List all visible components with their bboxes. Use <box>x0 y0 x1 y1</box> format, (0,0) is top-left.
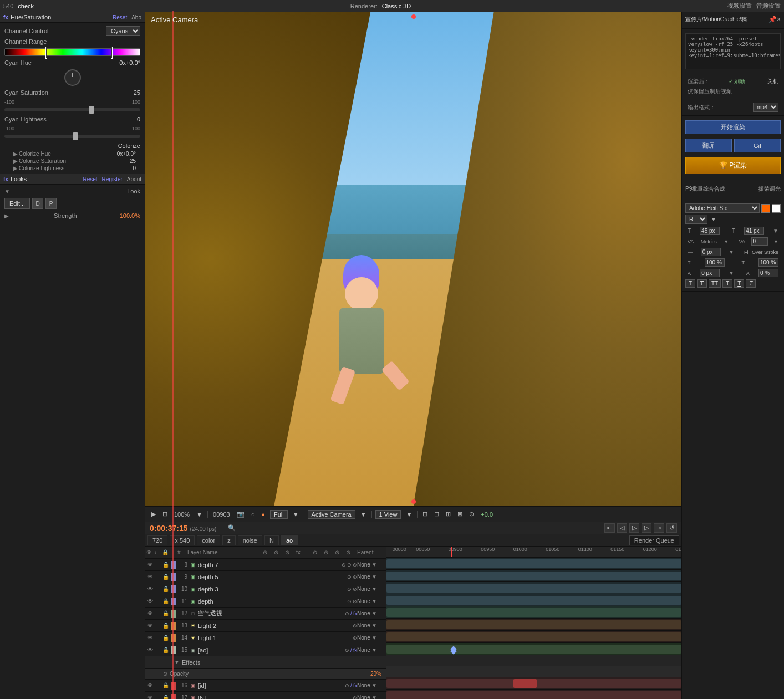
gif-btn[interactable]: Gif <box>734 139 781 152</box>
frame-indicator[interactable]: 540 <box>3 3 13 9</box>
text-btn-T2[interactable]: T <box>697 279 707 288</box>
looks-icon-p[interactable]: P <box>45 198 57 209</box>
adjust-title[interactable]: 振荣调光 <box>758 185 781 193</box>
output-format-select[interactable]: mp4 <box>753 103 778 112</box>
font-name-select[interactable]: Adobe Heiti Std <box>685 203 760 213</box>
stroke-dropdown[interactable]: ▼ <box>729 249 734 255</box>
audio-11[interactable] <box>154 598 162 605</box>
about-btn[interactable]: About <box>127 176 141 182</box>
lock-16[interactable]: 🔒 <box>162 682 170 690</box>
eye-12[interactable]: 👁 <box>146 610 154 618</box>
ctrl1-12[interactable]: ⊙ <box>345 611 349 616</box>
settings-close-btn[interactable]: × <box>777 16 781 23</box>
settings-pin-btn[interactable]: 📌 <box>768 16 777 23</box>
audio-13[interactable] <box>154 622 162 630</box>
stroke-input[interactable] <box>701 248 721 256</box>
audio-8[interactable] <box>154 561 162 569</box>
start-render-btn[interactable]: 开始渲染 <box>685 120 781 134</box>
audio-15[interactable] <box>154 646 162 654</box>
lock-11[interactable]: 🔒 <box>162 598 170 605</box>
lock-8[interactable]: 🔒 <box>162 561 170 569</box>
audio-settings-tab[interactable]: 音频设置 <box>756 2 781 10</box>
audio-10[interactable] <box>154 585 162 593</box>
font-size-input2[interactable] <box>744 227 764 235</box>
audio-12[interactable] <box>154 610 162 618</box>
looks-header[interactable]: fx Looks Reset Register About <box>0 174 145 185</box>
view-mode[interactable]: Full <box>270 510 288 519</box>
vc-grid-btn[interactable]: ⊞ <box>421 511 429 518</box>
ctrl1-11[interactable]: ⊙ <box>347 599 352 604</box>
audio-17[interactable] <box>154 694 162 700</box>
cyan-sat-value[interactable]: 25 <box>134 89 140 96</box>
colorize-sat-value[interactable]: 25 <box>130 158 136 164</box>
opacity-value[interactable]: 20% <box>370 671 381 677</box>
register-btn[interactable]: Register <box>102 176 123 182</box>
tab-720[interactable]: 720 <box>147 535 167 545</box>
ctrl1-14[interactable]: ⊙ <box>353 635 357 641</box>
effects-expand[interactable]: ▼ <box>174 659 182 665</box>
reset-btn[interactable]: Reset <box>113 14 127 21</box>
a-px-dropdown[interactable]: ▼ <box>729 271 734 276</box>
tl-in-btn[interactable]: ⇤ <box>604 523 615 533</box>
cyan-sat-slider[interactable] <box>4 108 140 111</box>
text-btn-T5[interactable]: T <box>746 279 756 288</box>
comp-name[interactable]: check <box>18 3 34 9</box>
cyan-sat-thumb[interactable] <box>89 106 94 114</box>
dropdown-icon1[interactable]: ▼ <box>711 216 716 222</box>
ctrl2-8[interactable]: ⊙ <box>347 562 352 568</box>
vc-proxy-btn[interactable]: ⊞ <box>444 511 452 518</box>
code-box[interactable]: -vcodec libx264 -preset veryslow -rf 25 … <box>685 33 781 69</box>
look-expand[interactable]: ▼ <box>4 188 10 195</box>
eye-15[interactable]: 👁 <box>146 646 154 654</box>
cyan-light-slider[interactable] <box>4 135 140 138</box>
eye-14[interactable]: 👁 <box>146 634 154 642</box>
cyan-hue-dial[interactable] <box>64 69 81 86</box>
eye-16[interactable]: 👁 <box>146 682 154 690</box>
gradient-slider[interactable] <box>4 48 140 56</box>
vc-mask-btn[interactable]: ⊠ <box>456 511 464 518</box>
vc-play-icon[interactable]: ▶ <box>150 511 157 518</box>
video-settings-tab[interactable]: 视频设置 <box>727 2 752 10</box>
lock-12[interactable]: 🔒 <box>162 610 170 618</box>
vc-view-dropdown[interactable]: ▼ <box>291 511 301 518</box>
dropdown-icon2[interactable]: ▼ <box>773 228 778 234</box>
lock-9[interactable]: 🔒 <box>162 573 170 581</box>
vc-cam-dropdown[interactable]: ▼ <box>359 511 368 518</box>
strength-value[interactable]: 100.0% <box>120 212 140 219</box>
search-icon[interactable]: 🔍 <box>226 524 237 532</box>
tab-color[interactable]: color <box>197 535 220 545</box>
audio-16[interactable] <box>154 682 162 690</box>
font-color-swatch2[interactable] <box>772 204 781 213</box>
tl-step-back-btn[interactable]: ◁ <box>617 523 627 533</box>
cyan-light-thumb[interactable] <box>73 132 78 140</box>
channel-control-dropdown[interactable]: Cyans <box>106 26 140 36</box>
tab-540[interactable]: x 540 <box>170 535 195 545</box>
tl-play-btn[interactable]: ▷ <box>629 523 639 533</box>
audio-14[interactable] <box>154 634 162 642</box>
eye-8[interactable]: 👁 <box>146 561 154 569</box>
audio-9[interactable] <box>154 573 162 581</box>
t-pct-input1[interactable] <box>705 258 725 267</box>
t-pct-input2[interactable] <box>758 258 778 267</box>
vc-safe-btn[interactable]: ⊟ <box>432 511 441 518</box>
eye-13[interactable]: 👁 <box>146 622 154 630</box>
looks-icon-d[interactable]: D <box>32 198 43 209</box>
vc-dropdown[interactable]: ▼ <box>195 511 204 518</box>
va-input[interactable] <box>751 237 768 246</box>
ctrl1-15[interactable]: ⊙ <box>345 647 349 653</box>
vc-views-dropdown[interactable]: ▼ <box>404 511 414 518</box>
eye-10[interactable]: 👁 <box>146 585 154 593</box>
ctrl1-13[interactable]: ⊙ <box>353 623 357 629</box>
ctrl1-9[interactable]: ⊙ <box>347 574 352 580</box>
lock-17[interactable]: 🔒 <box>162 694 170 700</box>
lock-10[interactable]: 🔒 <box>162 585 170 593</box>
ctrl1-17[interactable]: ⊙ <box>353 695 357 700</box>
lock-14[interactable]: 🔒 <box>162 634 170 642</box>
text-btn-T4[interactable]: T <box>734 279 744 288</box>
ctrl1-10[interactable]: ⊙ <box>347 586 352 592</box>
tab-N[interactable]: N <box>264 535 279 545</box>
tl-out-btn[interactable]: ⇥ <box>654 523 664 533</box>
lock-15[interactable]: 🔒 <box>162 646 170 654</box>
cyan-hue-value[interactable]: 0x+0.0° <box>119 59 140 66</box>
ctrl2-9[interactable]: ⊙ <box>353 574 357 580</box>
